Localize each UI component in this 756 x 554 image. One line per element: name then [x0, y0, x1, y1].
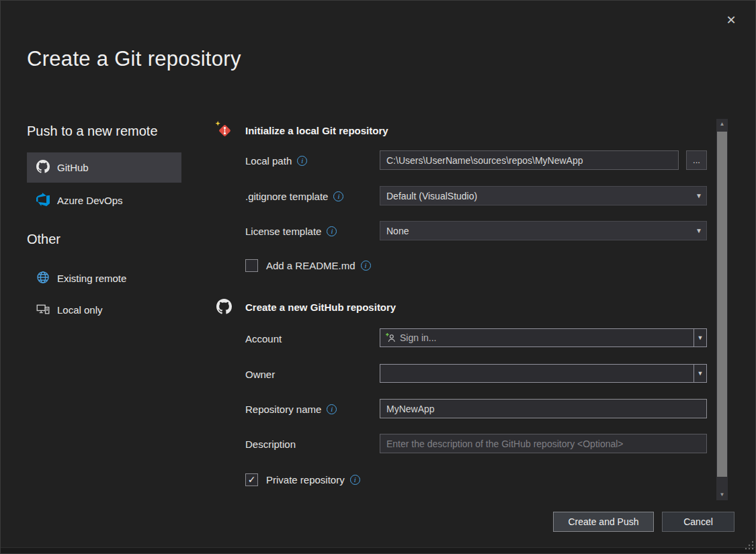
gitignore-select[interactable]: Default (VisualStudio) ▼: [380, 186, 707, 205]
gitignore-label: .gitignore template: [245, 191, 328, 202]
browse-button[interactable]: ...: [686, 150, 707, 170]
section-title-initialize: Initialize a local Git repository: [245, 125, 388, 136]
account-row: Account Sign in... ▼: [245, 328, 707, 349]
info-icon[interactable]: i: [327, 226, 337, 236]
owner-row: Owner ▼: [245, 364, 707, 384]
sign-in-person-icon: [385, 332, 396, 343]
check-icon: ✓: [248, 474, 256, 485]
sidebar-item-azure-devops[interactable]: Azure DevOps: [27, 186, 181, 214]
local-path-input[interactable]: [380, 150, 679, 170]
azure-devops-icon: [36, 193, 50, 208]
globe-icon: [36, 271, 50, 286]
repository-name-label: Repository name: [245, 404, 321, 415]
bottom-status-strip: [0, 547, 756, 554]
private-repo-checkbox[interactable]: ✓: [245, 473, 258, 486]
repository-name-input[interactable]: [380, 399, 707, 418]
sidebar-item-label: GitHub: [57, 162, 89, 173]
license-row: License templatei None ▼: [245, 221, 707, 241]
owner-label: Owner: [245, 369, 275, 380]
info-icon[interactable]: i: [297, 156, 307, 166]
sidebar-item-github[interactable]: GitHub: [27, 152, 181, 183]
local-path-label: Local path: [245, 155, 292, 167]
cancel-button[interactable]: Cancel: [662, 512, 734, 532]
sidebar-header-push-remote: Push to a new remote: [27, 124, 158, 139]
git-init-icon: [215, 121, 233, 141]
readme-checkbox[interactable]: [245, 259, 258, 272]
license-select[interactable]: None ▼: [380, 221, 707, 240]
repository-name-row: Repository namei: [245, 399, 707, 419]
readme-label: Add a README.md: [266, 260, 355, 271]
sidebar-item-existing-remote[interactable]: Existing remote: [27, 265, 181, 291]
sidebar-item-label: Local only: [57, 304, 103, 316]
scroll-down-icon[interactable]: ▼: [716, 490, 728, 500]
account-value: Sign in...: [400, 332, 694, 343]
computer-icon: [36, 302, 50, 318]
sidebar-item-label: Existing remote: [57, 273, 126, 284]
sidebar-item-local-only[interactable]: Local only: [27, 296, 181, 323]
chevron-down-icon: ▼: [691, 192, 706, 199]
github-icon: [36, 160, 50, 175]
owner-combo[interactable]: ▼: [380, 364, 707, 383]
license-label: License template: [245, 226, 321, 237]
description-row: Description: [245, 434, 707, 454]
gitignore-selected-value: Default (VisualStudio): [380, 191, 691, 201]
private-repo-label: Private repository: [266, 474, 345, 486]
scrollbar[interactable]: ▲ ▼: [716, 119, 728, 500]
create-and-push-button[interactable]: Create and Push: [553, 512, 654, 532]
scroll-up-icon[interactable]: ▲: [716, 119, 728, 130]
info-icon[interactable]: i: [327, 404, 337, 414]
info-icon[interactable]: i: [350, 475, 360, 485]
page-title: Create a Git repository: [27, 47, 241, 71]
sidebar-item-label: Azure DevOps: [57, 195, 123, 206]
gitignore-row: .gitignore templatei Default (VisualStud…: [245, 186, 707, 206]
account-label: Account: [245, 333, 282, 344]
chevron-down-icon: ▼: [691, 227, 706, 234]
readme-row: Add a README.mdi: [245, 255, 707, 275]
resize-grip-icon[interactable]: [745, 541, 754, 553]
license-selected-value: None: [380, 226, 691, 236]
description-input[interactable]: [380, 434, 707, 453]
chevron-down-icon[interactable]: ▼: [694, 329, 706, 347]
close-icon[interactable]: ✕: [718, 8, 745, 32]
chevron-down-icon[interactable]: ▼: [694, 365, 706, 382]
section-title-github: Create a new GitHub repository: [245, 302, 396, 313]
github-icon: [216, 299, 232, 317]
info-icon[interactable]: i: [361, 261, 371, 271]
create-git-repository-dialog: ✕ Create a Git repository Push to a new …: [0, 0, 756, 554]
sidebar-header-other: Other: [27, 232, 60, 247]
info-icon[interactable]: i: [333, 191, 343, 201]
description-label: Description: [245, 438, 296, 450]
private-repo-row: ✓ Private repositoryi: [245, 469, 707, 490]
scrollbar-thumb[interactable]: [717, 132, 727, 477]
account-combo[interactable]: Sign in... ▼: [380, 328, 707, 347]
local-path-row: Local pathi ...: [245, 150, 707, 171]
